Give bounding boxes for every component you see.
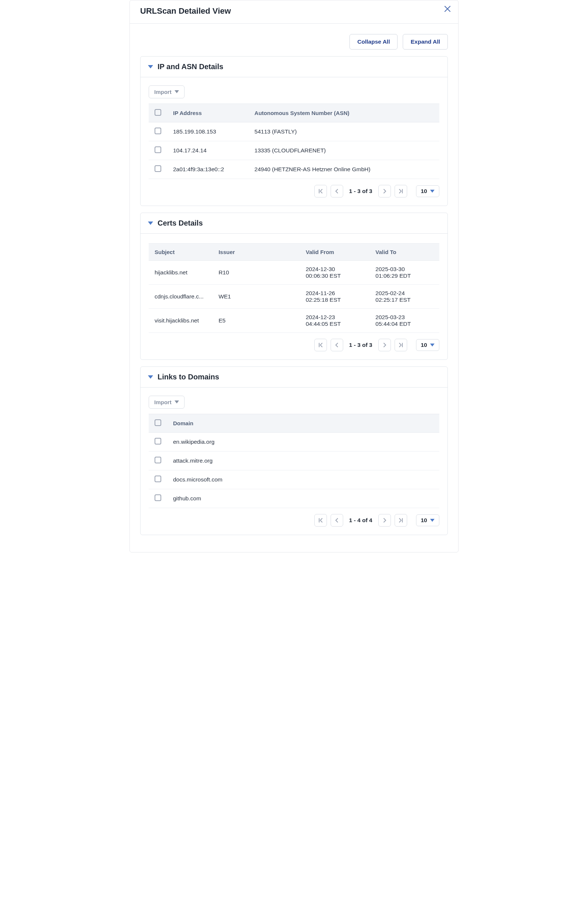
collapse-all-button[interactable]: Collapse All (349, 34, 398, 49)
last-page-icon (398, 517, 404, 523)
urlscan-detailed-view-modal: URLScan Detailed View Collapse All Expan… (129, 0, 459, 552)
cell-asn: 24940 (HETZNER-AS Hetzner Online GmbH) (249, 160, 439, 179)
col-valid-to: Valid To (370, 244, 439, 261)
col-valid-from: Valid From (300, 244, 370, 261)
panel-header-ip-asn[interactable]: IP and ASN Details (140, 57, 448, 77)
cell-issuer: WE1 (213, 285, 300, 309)
cell-domain: attack.mitre.org (167, 451, 439, 471)
row-select-cell (149, 489, 167, 508)
ip-asn-table: IP Address Autonomous System Number (ASN… (149, 104, 439, 179)
panel-body-certs: Subject Issuer Valid From Valid To hijac… (140, 234, 448, 359)
col-subject: Subject (149, 244, 213, 261)
page-size-select[interactable]: 10 (416, 185, 439, 197)
select-all-header (149, 104, 167, 123)
last-page-icon (398, 188, 404, 194)
table-row: github.com (149, 489, 439, 508)
pager-first-button[interactable] (314, 185, 327, 198)
panel-header-links[interactable]: Links to Domains (140, 367, 448, 388)
page-size-select[interactable]: 10 (416, 514, 439, 526)
chevron-down-icon (175, 400, 179, 404)
chevron-down-icon (430, 190, 435, 193)
row-checkbox[interactable] (155, 438, 161, 445)
last-page-icon (398, 342, 404, 348)
date-line-1: 2024-12-23 (306, 314, 364, 321)
import-button[interactable]: Import (149, 85, 185, 98)
import-label: Import (154, 399, 172, 405)
select-all-checkbox[interactable] (155, 420, 161, 426)
pager-last-button[interactable] (395, 339, 407, 351)
row-checkbox[interactable] (155, 494, 161, 501)
row-checkbox[interactable] (155, 147, 161, 153)
chevron-down-icon (175, 90, 179, 94)
pager-certs: 1 - 3 of 3 10 (149, 339, 439, 351)
table-row: en.wikipedia.org (149, 433, 439, 451)
pager-ip-asn: 1 - 3 of 3 10 (149, 185, 439, 198)
expand-all-button[interactable]: Expand All (403, 34, 448, 49)
import-button[interactable]: Import (149, 396, 185, 408)
pager-prev-button[interactable] (331, 339, 343, 351)
col-asn: Autonomous System Number (ASN) (249, 104, 439, 123)
row-select-cell (149, 451, 167, 471)
chevron-down-icon (148, 375, 153, 379)
table-row: 185.199.108.153 54113 (FASTLY) (149, 123, 439, 141)
cell-subject: hijacklibs.net (149, 261, 213, 285)
chevron-left-icon (334, 188, 340, 194)
date-line-2: 01:06:29 EDT (375, 273, 433, 279)
chevron-right-icon (382, 517, 387, 523)
close-icon (444, 6, 451, 12)
panel-body-ip-asn: Import IP Address Autonomous System Numb… (140, 77, 448, 206)
pager-last-button[interactable] (395, 514, 407, 526)
pager-range-text: 1 - 3 of 3 (347, 188, 374, 195)
date-line-1: 2025-03-30 (375, 266, 433, 273)
chevron-left-icon (334, 517, 340, 523)
page-size-select[interactable]: 10 (416, 339, 439, 351)
modal-title: URLScan Detailed View (140, 6, 231, 16)
table-row: cdnjs.cloudflare.c... WE1 2024-11-26 02:… (149, 285, 439, 309)
pager-range-text: 1 - 3 of 3 (347, 342, 374, 348)
first-page-icon (318, 517, 323, 523)
pager-last-button[interactable] (395, 185, 407, 198)
date-line-1: 2025-03-23 (375, 314, 433, 321)
row-select-cell (149, 141, 167, 160)
row-select-cell (149, 160, 167, 179)
cell-ip: 185.199.108.153 (167, 123, 249, 141)
pager-links: 1 - 4 of 4 10 (149, 514, 439, 526)
panel-header-certs[interactable]: Certs Details (140, 213, 448, 234)
col-ip-address: IP Address (167, 104, 249, 123)
date-line-2: 04:44:05 EST (306, 321, 364, 327)
table-row: docs.microsoft.com (149, 471, 439, 489)
links-table: Domain en.wikipedia.org attack.mitre.org (149, 414, 439, 508)
chevron-down-icon (430, 519, 435, 522)
date-line-2: 02:25:18 EST (306, 297, 364, 303)
cell-issuer: E5 (213, 309, 300, 333)
chevron-left-icon (334, 342, 340, 348)
cell-subject: visit.hijacklibs.net (149, 309, 213, 333)
row-checkbox[interactable] (155, 457, 161, 463)
row-checkbox[interactable] (155, 165, 161, 172)
pager-first-button[interactable] (314, 339, 327, 351)
pager-next-button[interactable] (378, 339, 391, 351)
date-line-2: 05:44:04 EDT (375, 321, 433, 327)
pager-next-button[interactable] (378, 514, 391, 526)
row-select-cell (149, 433, 167, 451)
svg-marker-12 (175, 400, 179, 404)
first-page-icon (318, 342, 323, 348)
cell-valid-to: 2025-03-23 05:44:04 EDT (370, 309, 439, 333)
modal-body: Collapse All Expand All IP and ASN Detai… (130, 24, 458, 552)
pager-next-button[interactable] (378, 185, 391, 198)
close-button[interactable] (443, 4, 452, 14)
select-all-checkbox[interactable] (155, 109, 161, 116)
row-checkbox[interactable] (155, 128, 161, 134)
chevron-right-icon (382, 342, 387, 348)
modal-header: URLScan Detailed View (130, 0, 458, 24)
panel-links: Links to Domains Import Domain (140, 367, 448, 535)
chevron-down-icon (430, 343, 435, 347)
pager-prev-button[interactable] (331, 185, 343, 198)
page-size-value: 10 (421, 342, 427, 348)
svg-marker-7 (148, 222, 153, 225)
pager-first-button[interactable] (314, 514, 327, 526)
pager-prev-button[interactable] (331, 514, 343, 526)
date-line-1: 2024-12-30 (306, 266, 364, 273)
row-checkbox[interactable] (155, 475, 161, 482)
svg-marker-15 (430, 519, 435, 522)
